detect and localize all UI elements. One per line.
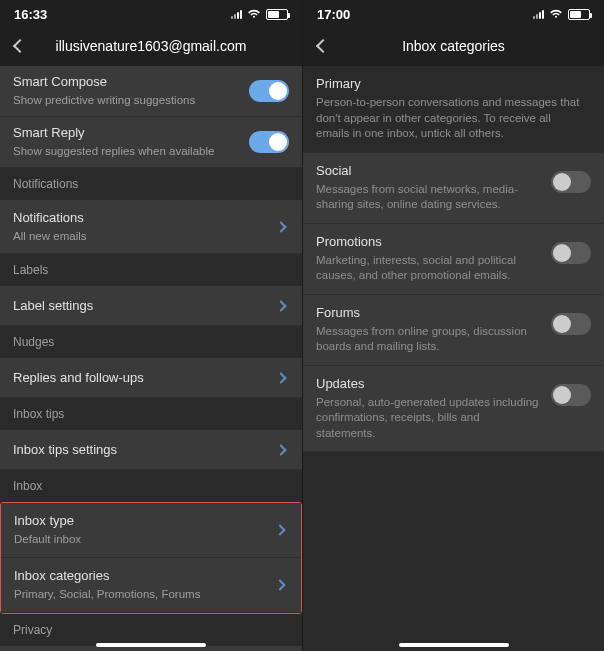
category-title: Forums [316,305,541,320]
signal-icon [533,10,544,19]
row-title: Inbox type [14,513,276,530]
inbox-highlight: Inbox type Default inbox Inbox categorie… [0,502,302,614]
row-title: Replies and follow-ups [13,370,277,387]
chevron-right-icon [275,444,286,455]
battery-icon [568,9,590,20]
chevron-right-icon [275,221,286,232]
row-title: Smart Reply [13,125,249,142]
home-indicator[interactable] [96,643,206,647]
header-title: Inbox categories [402,38,505,54]
category-desc: Marketing, interests, social and politic… [316,253,541,284]
notifications-row[interactable]: Notifications All new emails [0,200,302,255]
inbox-tips-settings-row[interactable]: Inbox tips settings [0,430,302,470]
section-notifications: Notifications [0,168,302,200]
category-title: Promotions [316,234,541,249]
promotions-toggle[interactable] [551,242,591,264]
chevron-left-icon [13,39,27,53]
wifi-icon [549,9,563,19]
row-sub: Primary, Social, Promotions, Forums [14,587,276,602]
category-title: Social [316,163,541,178]
section-inbox-tips: Inbox tips [0,398,302,430]
row-title: Label settings [13,298,277,315]
header-title: illusivenature1603@gmail.com [56,38,247,54]
settings-list[interactable]: Smart Compose Show predictive writing su… [0,66,302,651]
row-sub: Default inbox [14,532,276,547]
row-title: Notifications [13,210,277,227]
inbox-categories-row[interactable]: Inbox categories Primary, Social, Promot… [1,558,301,613]
chevron-left-icon [316,39,330,53]
label-settings-row[interactable]: Label settings [0,286,302,326]
time: 16:33 [14,7,47,22]
time: 17:00 [317,7,350,22]
forums-toggle[interactable] [551,313,591,335]
smart-reply-toggle[interactable] [249,131,289,153]
status-icons [231,9,288,20]
category-title: Updates [316,376,541,391]
signal-icon [231,10,242,19]
back-button[interactable] [10,36,30,56]
category-desc: Personal, auto-generated updates includi… [316,395,541,442]
row-title: Smart Compose [13,74,249,91]
updates-toggle[interactable] [551,384,591,406]
category-desc: Messages from social networks, media-sha… [316,182,541,213]
chevron-right-icon [274,580,285,591]
section-nudges: Nudges [0,326,302,358]
status-icons [533,9,590,20]
section-labels: Labels [0,254,302,286]
battery-icon [266,9,288,20]
replies-followups-row[interactable]: Replies and follow-ups [0,358,302,398]
section-inbox: Inbox [0,470,302,502]
screen-header: Inbox categories [303,26,604,66]
category-desc: Messages from online groups, discussion … [316,324,541,355]
status-bar: 16:33 [0,0,302,26]
section-privacy: Privacy [0,614,302,646]
social-toggle[interactable] [551,171,591,193]
smart-compose-row: Smart Compose Show predictive writing su… [0,66,302,117]
back-button[interactable] [313,36,333,56]
wifi-icon [247,9,261,19]
screen-header: illusivenature1603@gmail.com [0,26,302,66]
settings-screen: 16:33 illusivenature1603@gmail.com Smart… [0,0,302,651]
category-updates: Updates Personal, auto-generated updates… [303,366,604,453]
category-promotions: Promotions Marketing, interests, social … [303,224,604,295]
categories-list[interactable]: Primary Person-to-person conversations a… [303,66,604,651]
home-indicator[interactable] [399,643,509,647]
inbox-categories-screen: 17:00 Inbox categories Primary Person-to… [302,0,604,651]
smart-compose-toggle[interactable] [249,80,289,102]
row-sub: All new emails [13,229,277,244]
category-social: Social Messages from social networks, me… [303,153,604,224]
row-title: Inbox tips settings [13,442,277,459]
chevron-right-icon [275,372,286,383]
row-sub: Show suggested replies when available [13,144,249,159]
category-title: Primary [316,76,581,91]
row-title: Inbox categories [14,568,276,585]
category-desc: Person-to-person conversations and messa… [316,95,581,142]
inbox-type-row[interactable]: Inbox type Default inbox [1,503,301,558]
category-primary: Primary Person-to-person conversations a… [303,66,604,153]
row-sub: Show predictive writing suggestions [13,93,249,108]
smart-reply-row: Smart Reply Show suggested replies when … [0,117,302,168]
chevron-right-icon [275,300,286,311]
status-bar: 17:00 [303,0,604,26]
chevron-right-icon [274,525,285,536]
category-forums: Forums Messages from online groups, disc… [303,295,604,366]
